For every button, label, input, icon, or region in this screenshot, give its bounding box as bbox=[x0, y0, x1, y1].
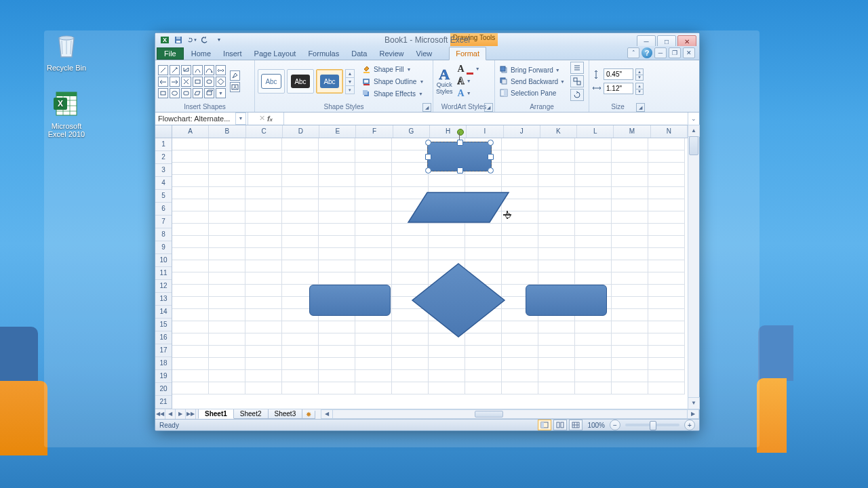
group-button[interactable] bbox=[570, 75, 584, 87]
row-header[interactable]: 6 bbox=[155, 203, 172, 216]
column-header[interactable]: I bbox=[467, 125, 503, 138]
row-header[interactable]: 2 bbox=[155, 151, 172, 164]
send-backward-button[interactable]: Send Backward▼ bbox=[498, 76, 566, 87]
shape-alternate-process[interactable] bbox=[427, 142, 492, 171]
row-header[interactable]: 8 bbox=[155, 228, 172, 241]
row-header[interactable]: 12 bbox=[155, 280, 172, 293]
row-header[interactable]: 18 bbox=[155, 357, 172, 370]
row-header[interactable]: 15 bbox=[155, 319, 172, 331]
row-header[interactable]: 13 bbox=[155, 293, 172, 306]
row-header[interactable]: 4 bbox=[155, 177, 172, 190]
view-normal-button[interactable] bbox=[538, 420, 551, 430]
zoom-slider[interactable] bbox=[625, 424, 679, 426]
formula-bar-input[interactable] bbox=[284, 113, 688, 125]
tab-view[interactable]: View bbox=[410, 47, 439, 60]
column-header[interactable]: K bbox=[540, 125, 577, 138]
size-launcher[interactable]: ◢ bbox=[636, 103, 645, 112]
horizontal-scrollbar[interactable]: ◀ ▶ bbox=[321, 409, 699, 419]
fx-label[interactable]: ✕fx bbox=[248, 113, 284, 125]
zoom-out-button[interactable]: − bbox=[610, 420, 620, 430]
shape-style-more[interactable]: ▲▼▾ bbox=[345, 69, 355, 94]
column-header[interactable]: F bbox=[356, 125, 393, 138]
bring-forward-button[interactable]: Bring Forward▼ bbox=[498, 64, 566, 75]
sheet-nav-prev[interactable]: ◀ bbox=[165, 409, 176, 419]
column-header[interactable]: L bbox=[577, 125, 614, 138]
workbook-minimize-button[interactable]: ─ bbox=[654, 47, 667, 58]
row-header[interactable]: 17 bbox=[155, 344, 172, 357]
excel-icon-small[interactable]: X bbox=[159, 35, 170, 45]
wordart-launcher[interactable]: ◢ bbox=[484, 103, 493, 112]
column-header[interactable]: M bbox=[614, 125, 650, 138]
row-header[interactable]: 19 bbox=[155, 370, 172, 383]
expand-formula-bar[interactable]: ⌄ bbox=[688, 113, 699, 125]
text-outline-button[interactable]: A▼ bbox=[458, 76, 480, 87]
shape-height-input[interactable]: 0.45" ▲▼ bbox=[592, 68, 644, 80]
shape-width-input[interactable]: 1.12" ▲▼ bbox=[592, 83, 644, 94]
quick-styles-button[interactable]: A Quick Styles bbox=[436, 68, 453, 95]
shape-style-1[interactable]: Abc bbox=[258, 69, 285, 94]
tab-formulas[interactable]: Formulas bbox=[302, 47, 345, 60]
row-header[interactable]: 11 bbox=[155, 267, 172, 280]
text-fill-button[interactable]: A▼ bbox=[458, 64, 480, 75]
column-header[interactable]: E bbox=[319, 125, 356, 138]
column-header[interactable]: D bbox=[283, 125, 319, 138]
shape-style-3[interactable]: Abc bbox=[316, 69, 343, 94]
tab-page-layout[interactable]: Page Layout bbox=[248, 47, 302, 60]
name-box-dropdown[interactable]: ▼ bbox=[235, 113, 246, 125]
view-page-break-button[interactable] bbox=[569, 420, 583, 430]
cancel-formula-icon[interactable]: ✕ bbox=[259, 114, 265, 123]
row-header[interactable]: 3 bbox=[155, 164, 172, 177]
column-header[interactable]: C bbox=[246, 125, 283, 138]
save-icon[interactable] bbox=[173, 35, 184, 45]
tab-format[interactable]: Format bbox=[449, 47, 486, 60]
insert-function-icon[interactable]: fx bbox=[267, 115, 273, 123]
column-header[interactable]: N bbox=[651, 125, 688, 138]
row-header[interactable]: 1 bbox=[155, 138, 172, 151]
column-header[interactable]: J bbox=[504, 125, 540, 138]
select-all-corner[interactable] bbox=[155, 125, 172, 138]
row-header[interactable]: 21 bbox=[155, 396, 172, 409]
rotate-button[interactable] bbox=[570, 89, 584, 101]
sheet-nav-next[interactable]: ▶ bbox=[176, 409, 186, 419]
vertical-scrollbar[interactable]: ▲ ▼ bbox=[688, 125, 699, 409]
row-header[interactable]: 5 bbox=[155, 190, 172, 203]
sheet-tab-2[interactable]: Sheet2 bbox=[233, 409, 269, 419]
shape-process-left[interactable] bbox=[309, 285, 391, 316]
row-header[interactable]: 16 bbox=[155, 331, 172, 344]
sheet-tab-3[interactable]: Sheet3 bbox=[268, 409, 303, 419]
align-button[interactable] bbox=[570, 62, 584, 74]
sheet-tab-1[interactable]: Sheet1 bbox=[198, 409, 234, 419]
edit-shape-button[interactable] bbox=[230, 70, 240, 81]
row-header[interactable]: 20 bbox=[155, 383, 172, 396]
text-box-button[interactable]: A bbox=[230, 82, 240, 92]
name-box[interactable]: Flowchart: Alternate...▼ bbox=[155, 113, 248, 125]
new-sheet-button[interactable]: ✸ bbox=[302, 411, 315, 419]
qat-customize-icon[interactable]: ▼ bbox=[214, 35, 224, 45]
undo-icon[interactable]: ▼ bbox=[186, 35, 197, 45]
sheet-nav-last[interactable]: ▶▶ bbox=[186, 409, 196, 419]
view-page-layout-button[interactable] bbox=[553, 420, 567, 430]
row-header[interactable]: 9 bbox=[155, 241, 172, 254]
shape-outline-button[interactable]: Shape Outline▼ bbox=[359, 76, 426, 87]
shape-styles-launcher[interactable]: ◢ bbox=[422, 103, 431, 112]
shape-fill-button[interactable]: Shape Fill▼ bbox=[359, 64, 426, 75]
sheet-nav-first[interactable]: ◀◀ bbox=[155, 409, 165, 419]
workbook-restore-button[interactable]: ❐ bbox=[669, 47, 681, 58]
tab-file[interactable]: File bbox=[157, 47, 184, 60]
zoom-in-button[interactable]: + bbox=[684, 420, 695, 430]
tab-insert[interactable]: Insert bbox=[217, 47, 248, 60]
tab-data[interactable]: Data bbox=[345, 47, 373, 60]
shape-process-right[interactable] bbox=[526, 285, 607, 316]
shape-effects-button[interactable]: Shape Effects▼ bbox=[359, 88, 426, 99]
column-header[interactable]: B bbox=[209, 125, 245, 138]
minimize-ribbon-button[interactable]: ˄ bbox=[627, 47, 639, 58]
shape-gallery-grid[interactable]: ▼ bbox=[158, 65, 226, 98]
column-header[interactable]: G bbox=[393, 125, 430, 138]
help-icon[interactable]: ? bbox=[642, 47, 652, 58]
titlebar[interactable]: X ▼ ▼ Drawing Tools Book1 - Microsoft Ex… bbox=[155, 33, 699, 46]
row-header[interactable]: 7 bbox=[155, 216, 172, 228]
workbook-close-button[interactable]: ✕ bbox=[683, 47, 695, 58]
tab-review[interactable]: Review bbox=[373, 47, 410, 60]
tab-home[interactable]: Home bbox=[185, 47, 217, 60]
row-header[interactable]: 10 bbox=[155, 254, 172, 267]
